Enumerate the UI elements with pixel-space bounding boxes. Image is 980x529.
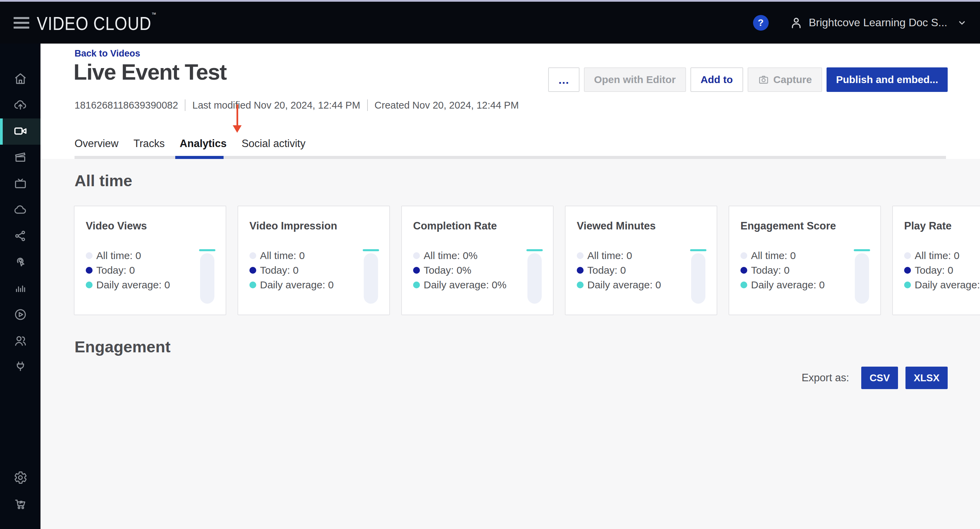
sidebar-item-bar-chart[interactable] — [0, 276, 40, 302]
gauge-bar — [527, 253, 542, 304]
sidebar-item-cart[interactable] — [0, 491, 40, 518]
gauge-bar — [855, 253, 869, 304]
meta-divider — [185, 99, 185, 111]
sidebar-item-users[interactable] — [0, 328, 40, 354]
sidebar-item-cloud[interactable] — [0, 197, 40, 223]
legend-text: Daily average: 0 — [260, 279, 334, 291]
publish-and-embed-button[interactable]: Publish and embed... — [827, 67, 948, 92]
video-id: 1816268118639390082 — [75, 100, 178, 111]
metric-card-title: Video Views — [86, 220, 215, 232]
legend-text: All time: 0 — [260, 250, 305, 261]
hamburger-menu-icon[interactable] — [14, 17, 29, 29]
legend-text: All time: 0 — [96, 250, 141, 261]
legend-text: All time: 0 — [915, 250, 959, 261]
sidebar-main-group — [0, 66, 40, 381]
legend-dot-alltime — [904, 252, 911, 259]
legend-text: Today: 0 — [96, 264, 135, 276]
video-camera-icon — [13, 124, 27, 140]
metric-card-title: Completion Rate — [413, 220, 542, 232]
legend-row-daily: Daily average: 0 — [250, 279, 378, 291]
users-icon — [13, 334, 27, 349]
legend-row-daily: Daily average: 0 — [86, 279, 215, 291]
legend-text: All time: 0 — [751, 250, 796, 261]
legend-row-daily: Daily average: 0 — [740, 279, 869, 291]
metric-cards-row: Video Views All time: 0 Today: 0 Daily a… — [74, 206, 980, 315]
gauge-zero-line — [199, 249, 215, 251]
legend-text: Daily average: 0 — [587, 279, 661, 291]
tab-bar: OverviewTracksAnalyticsSocial activity — [75, 137, 305, 153]
legend-text: Daily average: 0% — [424, 279, 506, 291]
export-csv-button[interactable]: CSV — [861, 366, 898, 389]
all-time-heading: All time — [75, 171, 132, 190]
cart-icon — [13, 497, 27, 512]
metric-card: Play Rate All time: 0 Today: 0 Daily ave… — [892, 206, 980, 315]
sidebar-item-share[interactable] — [0, 223, 40, 250]
open-with-editor-label: Open with Editor — [594, 74, 676, 86]
topbar-right: ? Brightcove Learning Doc S... — [753, 15, 967, 31]
legend-dot-daily — [250, 282, 256, 288]
legend-text: Daily average: 0 — [751, 279, 825, 291]
legend-text: Today: 0 — [751, 264, 789, 276]
legend-row-today: Today: 0 — [86, 264, 215, 276]
legend-dot-daily — [740, 282, 747, 288]
legend-row-alltime: All time: 0% — [413, 250, 542, 261]
export-row: Export as: CSVXLSX — [802, 366, 948, 389]
gauge-bar — [364, 253, 378, 304]
video-cloud-logo: VIDEO CLOUD™ — [37, 11, 156, 34]
legend-row-daily: Daily average: 0 — [577, 279, 705, 291]
export-xlsx-button[interactable]: XLSX — [905, 366, 948, 389]
tab-analytics[interactable]: Analytics — [180, 137, 227, 153]
legend-row-alltime: All time: 0 — [904, 250, 980, 261]
red-annotation-arrow — [232, 104, 242, 135]
help-button[interactable]: ? — [753, 15, 769, 31]
sidebar-item-play-circle[interactable] — [0, 302, 40, 328]
add-to-button[interactable]: Add to — [690, 67, 743, 92]
export-buttons: CSVXLSX — [861, 366, 948, 389]
more-label: ... — [558, 73, 569, 86]
metric-legend: All time: 0 Today: 0 Daily average: 0 — [904, 250, 980, 291]
sidebar-item-home[interactable] — [0, 66, 40, 92]
sidebar-item-clapperboard[interactable] — [0, 145, 40, 171]
tab-tracks[interactable]: Tracks — [134, 137, 165, 153]
open-with-editor-button[interactable]: Open with Editor — [584, 67, 686, 92]
capture-button[interactable]: Capture — [748, 67, 822, 92]
sidebar-nav — [0, 43, 40, 529]
export-as-label: Export as: — [802, 372, 850, 384]
tab-overview[interactable]: Overview — [75, 137, 118, 153]
sidebar-item-gear[interactable] — [0, 465, 40, 491]
legend-text: Today: 0% — [424, 264, 471, 276]
video-header-section: Back to Videos Live Event Test 181626811… — [40, 43, 980, 159]
bar-chart-icon — [13, 281, 27, 297]
more-button[interactable]: ... — [548, 67, 579, 92]
legend-dot-daily — [577, 282, 584, 288]
sidebar-item-upload-cloud[interactable] — [0, 92, 40, 118]
account-menu[interactable]: Brightcove Learning Doc S... — [789, 16, 967, 30]
last-modified: Last modified Nov 20, 2024, 12:44 PM — [192, 100, 360, 111]
metric-card-title: Video Impression — [250, 220, 378, 232]
sidebar-item-tv[interactable] — [0, 171, 40, 197]
sidebar-item-tap-interactivity[interactable] — [0, 250, 40, 276]
legend-text: All time: 0 — [587, 250, 632, 261]
topbar: VIDEO CLOUD™ ? Brightcove Learning Doc S… — [0, 2, 980, 43]
legend-dot-today — [413, 267, 420, 274]
legend-text: Daily average: 0 — [915, 279, 980, 291]
legend-text: All time: 0% — [424, 250, 477, 261]
tap-interactivity-icon — [13, 255, 27, 271]
tab-social-activity[interactable]: Social activity — [242, 137, 305, 153]
legend-dot-today — [904, 267, 911, 274]
legend-dot-daily — [904, 282, 911, 288]
page-title: Live Event Test — [73, 59, 227, 85]
legend-row-today: Today: 0 — [250, 264, 378, 276]
metric-card-title: Viewed Minutes — [577, 220, 705, 232]
video-meta-row: 1816268118639390082 Last modified Nov 20… — [75, 99, 519, 111]
back-to-videos-link[interactable]: Back to Videos — [75, 48, 140, 59]
legend-dot-daily — [413, 282, 420, 288]
metric-legend: All time: 0 Today: 0 Daily average: 0 — [250, 250, 378, 291]
legend-dot-alltime — [413, 252, 420, 259]
plug-icon — [13, 360, 27, 376]
sidebar-item-plug[interactable] — [0, 354, 40, 381]
sidebar-item-video-camera[interactable] — [0, 118, 40, 145]
metric-card: Viewed Minutes All time: 0 Today: 0 Dail… — [565, 206, 717, 315]
legend-row-today: Today: 0 — [904, 264, 980, 276]
legend-row-daily: Daily average: 0 — [904, 279, 980, 291]
